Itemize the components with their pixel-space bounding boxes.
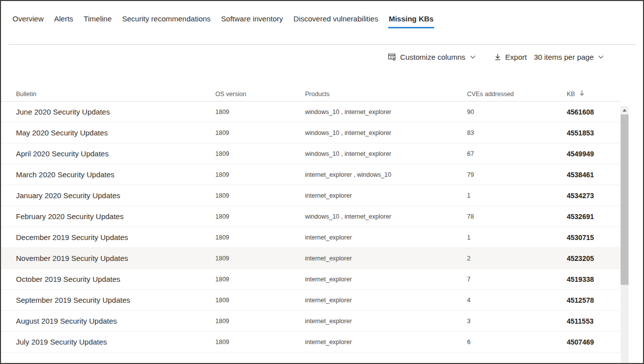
missing-kbs-table: Bulletin OS version Products (1, 87, 621, 353)
scrollbar-up-arrow[interactable] (621, 106, 629, 114)
toolbar: Customize columns Export 30 items per pa… (1, 53, 604, 61)
column-header-label: KB (567, 91, 575, 98)
chevron-down-icon (598, 54, 604, 60)
cell-os-version: 1809 (215, 234, 305, 241)
cell-bulletin: September 2019 Security Updates (16, 296, 215, 304)
cell-kb: 4530715 (567, 234, 621, 242)
cell-kb: 4511553 (567, 317, 621, 325)
tab-label: Missing KBs (389, 14, 434, 23)
column-header-label: Bulletin (16, 91, 36, 98)
column-header-kb[interactable]: KB (567, 90, 621, 98)
cell-products: internet_explorer (305, 192, 467, 199)
tab-software-inventory[interactable]: Software inventory (221, 14, 283, 28)
cell-kb: 4507469 (567, 338, 621, 346)
column-header-label: OS version (215, 91, 246, 98)
table-row[interactable]: August 2019 Security Updates 1809 intern… (1, 311, 621, 332)
table-row[interactable]: January 2020 Security Updates 1809 inter… (1, 185, 621, 206)
cell-kb: 4512578 (567, 296, 621, 304)
vertical-scrollbar[interactable] (621, 106, 629, 363)
table-row[interactable]: December 2019 Security Updates 1809 inte… (1, 227, 621, 248)
table-row[interactable]: September 2019 Security Updates 1809 int… (1, 290, 621, 311)
cell-kb: 4549949 (567, 150, 621, 158)
cell-products: internet_explorer (305, 318, 467, 325)
table-row[interactable]: February 2020 Security Updates 1809 wind… (1, 206, 621, 227)
missing-kbs-page: Overview Alerts Timeline Security recomm… (0, 0, 644, 364)
table-row[interactable]: July 2019 Security Updates 1809 internet… (1, 332, 621, 353)
column-header-label: CVEs addressed (467, 91, 514, 98)
cell-cves-addressed: 1 (467, 234, 567, 241)
table-row[interactable]: March 2020 Security Updates 1809 interne… (1, 164, 621, 185)
cell-os-version: 1809 (215, 213, 305, 220)
cell-bulletin: August 2019 Security Updates (16, 317, 215, 325)
cell-kb: 4532691 (567, 213, 621, 221)
cell-cves-addressed: 2 (467, 255, 567, 262)
tab-bar: Overview Alerts Timeline Security recomm… (1, 1, 643, 28)
cell-products: internet_explorer (305, 339, 467, 346)
cell-os-version: 1809 (215, 339, 305, 346)
cell-kb: 4551853 (567, 129, 621, 137)
cell-kb: 4538461 (567, 171, 621, 179)
cell-cves-addressed: 83 (467, 129, 567, 136)
column-header-os-version[interactable]: OS version (215, 91, 305, 98)
cell-products: windows_10 , internet_explorer (305, 109, 467, 116)
up-triangle-icon (623, 109, 627, 112)
table-row[interactable]: May 2020 Security Updates 1809 windows_1… (1, 122, 621, 143)
customize-columns-button[interactable]: Customize columns (388, 53, 476, 61)
cell-bulletin: October 2019 Security Updates (16, 275, 215, 283)
cell-os-version: 1809 (215, 318, 305, 325)
cell-cves-addressed: 6 (467, 339, 567, 346)
cell-products: windows_10 , internet_explorer (305, 150, 467, 157)
cell-products: windows_10 , internet_explorer (305, 129, 467, 136)
cell-cves-addressed: 67 (467, 150, 567, 157)
cell-os-version: 1809 (215, 255, 305, 262)
cell-bulletin: June 2020 Security Updates (16, 108, 215, 116)
cell-bulletin: May 2020 Security Updates (16, 128, 215, 137)
column-header-label: Products (305, 91, 329, 98)
cell-bulletin: March 2020 Security Updates (16, 170, 215, 179)
cell-cves-addressed: 90 (467, 109, 567, 116)
cell-products: internet_explorer (305, 297, 467, 304)
cell-products: windows_10 , internet_explorer (305, 213, 467, 220)
tab-label: Discovered vulnerabilities (294, 14, 378, 23)
cell-cves-addressed: 3 (467, 318, 567, 325)
customize-columns-label: Customize columns (400, 53, 466, 61)
scrollbar-thumb[interactable] (621, 115, 629, 285)
table-row[interactable]: June 2020 Security Updates 1809 windows_… (1, 102, 621, 122)
tab-discovered-vulnerabilities[interactable]: Discovered vulnerabilities (294, 14, 378, 28)
items-per-page-dropdown[interactable]: 30 items per page (534, 53, 604, 61)
cell-bulletin: April 2020 Security Updates (16, 149, 215, 158)
cell-products: internet_explorer (305, 234, 467, 241)
cell-bulletin: December 2019 Security Updates (16, 233, 215, 242)
cell-cves-addressed: 4 (467, 297, 567, 304)
tab-alerts[interactable]: Alerts (54, 14, 73, 28)
cell-kb: 4561608 (567, 108, 621, 116)
cell-os-version: 1809 (215, 276, 305, 283)
tab-label: Timeline (84, 14, 112, 23)
items-per-page-label: 30 items per page (534, 53, 594, 61)
column-header-cves-addressed[interactable]: CVEs addressed (467, 91, 567, 98)
cell-kb: 4519338 (567, 275, 621, 283)
table-row[interactable]: November 2019 Security Updates 1809 inte… (1, 248, 621, 269)
tab-label: Overview (12, 14, 44, 23)
table-body: June 2020 Security Updates 1809 windows_… (1, 102, 621, 353)
cell-kb: 4523205 (567, 254, 621, 262)
tab-overview[interactable]: Overview (12, 14, 44, 28)
chevron-down-icon (470, 54, 476, 60)
cell-os-version: 1809 (215, 297, 305, 304)
tab-security-recommendations[interactable]: Security recommendations (122, 14, 211, 28)
tab-timeline[interactable]: Timeline (84, 14, 112, 28)
cell-os-version: 1809 (215, 171, 305, 178)
cell-bulletin: November 2019 Security Updates (16, 254, 215, 262)
tabbar-divider (8, 44, 636, 45)
column-header-bulletin[interactable]: Bulletin (16, 91, 215, 98)
table-row[interactable]: October 2019 Security Updates 1809 inter… (1, 269, 621, 290)
tab-missing-kbs[interactable]: Missing KBs (389, 14, 434, 28)
cell-bulletin: February 2020 Security Updates (16, 212, 215, 221)
cell-products: internet_explorer , windows_10 (305, 171, 467, 178)
cell-os-version: 1809 (215, 109, 305, 116)
cell-cves-addressed: 78 (467, 213, 567, 220)
tab-label: Alerts (54, 14, 73, 23)
table-row[interactable]: April 2020 Security Updates 1809 windows… (1, 143, 621, 164)
export-button[interactable]: Export (494, 53, 527, 61)
column-header-products[interactable]: Products (305, 91, 467, 98)
